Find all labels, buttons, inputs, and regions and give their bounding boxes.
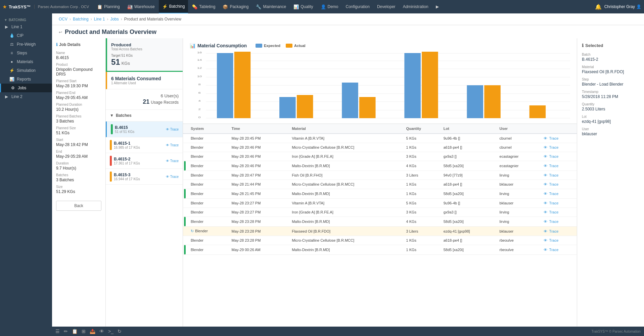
nav-item-administration[interactable]: Administration [400, 0, 432, 13]
batch-item-b4615-1[interactable]: B.4615-1 16.985 of 17 KGs 👁 Trace [106, 137, 183, 153]
trace-button-b4615[interactable]: 👁 Trace [166, 128, 179, 131]
trace-link[interactable]: Trace [549, 145, 559, 149]
sidebar-item-reports[interactable]: 📊 Reports [0, 75, 52, 84]
bottom-icon-1[interactable]: ☰ [55, 329, 60, 334]
batch-color-b4615 [111, 124, 113, 134]
table-row[interactable]: Blender May-28 20:46 PM Micro-Crystallin… [183, 143, 577, 152]
sidebar-item-jobs[interactable]: ⚙ Jobs [0, 84, 52, 92]
row-trace[interactable]: 👁 Trace [540, 161, 577, 171]
trace-link[interactable]: Trace [549, 192, 559, 196]
trace-link[interactable]: Trace [549, 248, 559, 252]
row-trace[interactable]: 👁 Trace [540, 180, 577, 189]
bottom-refresh-icon[interactable]: ↻ [118, 329, 122, 334]
nav-item-packaging[interactable]: 📦 Packaging [219, 0, 252, 13]
field-value-name: B.4615 [56, 55, 101, 60]
sidebar-item-simulation[interactable]: ⚡ Simulation [0, 66, 52, 75]
legend-color-expected [256, 44, 262, 48]
nav-item-warehouse[interactable]: 🏭 Warehouse [124, 0, 158, 13]
row-indicator-cell [183, 143, 187, 152]
table-row[interactable]: Blender May-28 20:45 PM Vitamin A [B.R.V… [183, 134, 577, 143]
trace-link[interactable]: Trace [549, 173, 559, 177]
trace-link[interactable]: Trace [549, 136, 559, 140]
nav-item-maintenance[interactable]: 🔧 Maintenance [252, 0, 289, 13]
trace-button-b4615-1[interactable]: 👁 Trace [166, 143, 179, 147]
batch-item-b4615-2[interactable]: B.4615-2 17.361 of 17 KGs 👁 Trace [106, 153, 183, 169]
steps-icon: ≡ [9, 51, 14, 55]
table-row[interactable]: ↻Blender May-28 23:28 PM Flaxseed Oil [B… [183, 227, 577, 236]
trace-link[interactable]: Trace [549, 154, 559, 158]
table-row[interactable]: Blender May-29 00:26 AM Malto-Dextrin [B… [183, 245, 577, 255]
user-menu[interactable]: Christopher Gray 👤 [604, 4, 641, 9]
bottom-icon-2[interactable]: ✏ [64, 329, 68, 334]
table-row[interactable]: Blender May-28 20:46 PM Iron [Grade A] [… [183, 152, 577, 161]
row-trace[interactable]: 👁 Trace [540, 236, 577, 245]
trace-link[interactable]: Trace [549, 201, 559, 205]
bottom-icon-6[interactable]: 👁 [99, 329, 104, 334]
trace-button-b4615-3[interactable]: 👁 Trace [166, 175, 179, 179]
breadcrumb-batching[interactable]: Batching [73, 17, 89, 21]
row-user: bklauser [496, 199, 540, 208]
row-indicator-cell [183, 134, 187, 143]
svg-text:10: 10 [197, 75, 202, 78]
row-trace[interactable]: 👁 Trace [540, 143, 577, 152]
row-trace[interactable]: 👁 Trace [540, 171, 577, 180]
nav-label-administration: Administration [403, 4, 428, 9]
row-trace[interactable]: 👁 Trace [540, 152, 577, 161]
row-lot: 58d5 [xa20i] [440, 217, 496, 227]
batch-color-b4615-3 [110, 172, 112, 182]
back-button[interactable]: Back [56, 201, 101, 211]
table-row[interactable]: Blender May-28 21:45 PM Malto-Dextrin [B… [183, 189, 577, 199]
trace-link[interactable]: Trace [549, 220, 559, 224]
bottom-icon-7[interactable]: >_ [108, 329, 113, 334]
batch-item-b4615[interactable]: B.4615 51 of 51 KGs 👁 Trace [106, 122, 183, 137]
sidebar-item-preweigh[interactable]: ⚖ Pre-Weigh [0, 40, 52, 49]
nav-item-tableting[interactable]: 💊 Tableting [189, 0, 219, 13]
sidebar-item-line1[interactable]: ▶ Line 1 [0, 22, 52, 31]
table-row[interactable]: Blender May-28 23:27 PM Iron [Grade A] [… [183, 208, 577, 217]
breadcrumb-line1[interactable]: Line 1 [94, 17, 105, 21]
trace-link[interactable]: Trace [549, 238, 559, 242]
bottom-icon-5[interactable]: 📤 [90, 329, 95, 334]
table-row[interactable]: Blender May-28 20:47 PM Fish Oil [B.R.FH… [183, 171, 577, 180]
row-system: Blender [187, 217, 227, 227]
field-label-planned-end: Planned End [56, 91, 101, 95]
row-trace[interactable]: 👁 Trace [540, 134, 577, 143]
sel-value-batch: B.4615-2 [582, 57, 639, 62]
sidebar-item-steps[interactable]: ≡ Steps [0, 49, 52, 57]
table-row[interactable]: Blender May-28 23:27 PM Vitamin A [B.R.V… [183, 199, 577, 208]
nav-item-configuration[interactable]: Configuration [342, 0, 373, 13]
row-trace[interactable]: 👁 Trace [540, 217, 577, 227]
trace-link[interactable]: Trace [549, 229, 559, 233]
sidebar-item-materials[interactable]: ● Materials [0, 57, 52, 66]
nav-item-developer[interactable]: Developer [374, 0, 399, 13]
bottom-icon-3[interactable]: 📋 [72, 329, 78, 334]
table-row[interactable]: Blender May-28 21:44 PM Micro-Crystallin… [183, 180, 577, 189]
trace-link[interactable]: Trace [549, 182, 559, 186]
breadcrumb-jobs[interactable]: Jobs [110, 17, 119, 21]
row-trace[interactable]: 👁 Trace [540, 189, 577, 199]
nav-item-demo[interactable]: 👤 Demo [317, 0, 342, 13]
row-trace[interactable]: 👁 Trace [540, 208, 577, 217]
sidebar-item-line2[interactable]: ▶ Line 2 [0, 92, 52, 101]
table-row[interactable]: Blender May-28 23:28 PM Malto-Dextrin [B… [183, 217, 577, 227]
nav-item-planning[interactable]: 📋 Planning [94, 0, 123, 13]
table-row[interactable]: Blender May-28 23:28 PM Micro-Crystallin… [183, 236, 577, 245]
row-trace[interactable]: 👁 Trace [540, 227, 577, 236]
sidebar-label-steps: Steps [17, 51, 27, 55]
trace-link[interactable]: Trace [549, 210, 559, 214]
field-value-planned-batches: 3 Batches [56, 119, 101, 124]
sidebar-item-cip[interactable]: 💧 CIP [0, 31, 52, 40]
row-trace[interactable]: 👁 Trace [540, 199, 577, 208]
row-trace[interactable]: 👁 Trace [540, 245, 577, 255]
nav-more[interactable]: ▶ [432, 0, 442, 13]
batch-item-b4615-3[interactable]: B.4615-3 16.944 of 17 KGs 👁 Trace [106, 169, 183, 185]
user-name: Christopher Gray [604, 4, 635, 9]
nav-item-quality[interactable]: 📊 Quality [290, 0, 316, 13]
trace-link[interactable]: Trace [549, 164, 559, 168]
nav-item-batching[interactable]: ⚡ Batching [159, 0, 188, 13]
breadcrumb-ocv[interactable]: OCV [59, 17, 67, 21]
table-row[interactable]: Blender May-28 20:46 PM Malto-Dextrin [B… [183, 161, 577, 171]
notifications-icon[interactable]: 🔔 [595, 4, 602, 10]
bottom-icon-4[interactable]: ⊞ [82, 329, 86, 334]
trace-button-b4615-2[interactable]: 👁 Trace [166, 159, 179, 163]
